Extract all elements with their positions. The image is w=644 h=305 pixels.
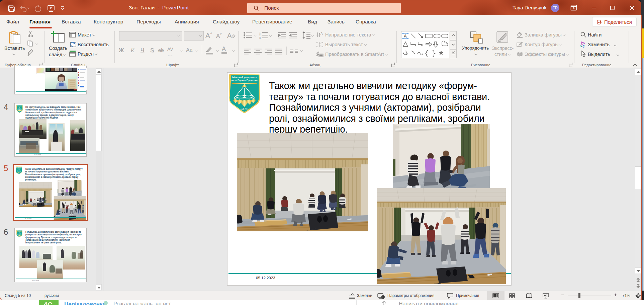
svg-text:A: A [404,33,407,39]
svg-text:3: 3 [259,37,261,39]
svg-text:1: 1 [259,31,261,34]
svg-text:А: А [320,32,323,35]
svg-text:А: А [227,32,232,39]
svg-text:2: 2 [259,34,261,36]
svg-text:c: c [582,44,585,48]
